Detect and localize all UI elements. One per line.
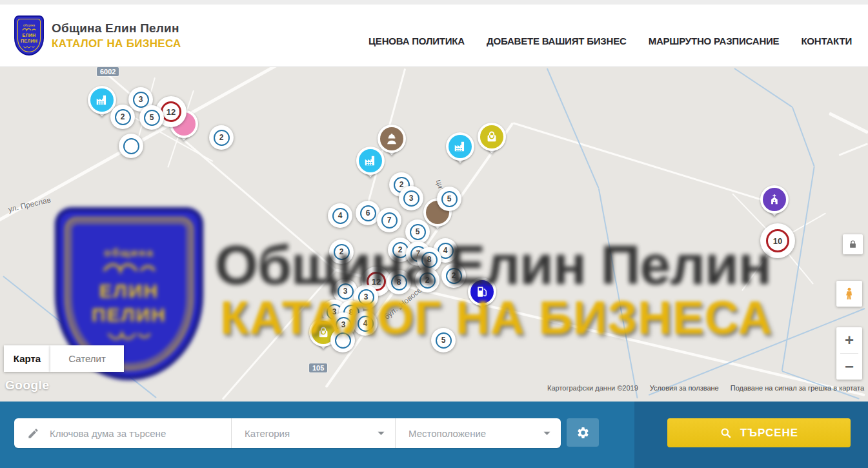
- top-strip: [0, 0, 868, 5]
- pin-disc: [478, 123, 506, 151]
- cluster-count: 7: [381, 212, 398, 229]
- cluster-count: 2: [214, 130, 230, 146]
- factory-icon: [90, 88, 114, 112]
- cluster-count: 5: [441, 191, 458, 207]
- map-type-satellite-button[interactable]: Сателит: [50, 345, 124, 372]
- attribution-terms-link[interactable]: Условия за ползване: [650, 384, 719, 392]
- map-pin-church[interactable]: [760, 185, 789, 225]
- brand-text: Община Елин Пелин КАТАЛОГ НА БИЗНЕСА: [52, 21, 181, 50]
- map-road: [838, 143, 868, 156]
- map-cluster-marker[interactable]: 5: [139, 105, 164, 130]
- gear-icon: [576, 426, 590, 440]
- map-road: [829, 112, 868, 134]
- lock-icon: [848, 239, 858, 249]
- search-panel: Категория Местоположение ТЪРСЕНЕ: [0, 402, 868, 468]
- bag-icon: [480, 125, 503, 148]
- pegman-button[interactable]: [836, 281, 862, 307]
- map-type-control: Карта Сателит: [4, 345, 124, 372]
- map-pin-factory[interactable]: [356, 147, 385, 187]
- factory-icon: [359, 149, 382, 172]
- map-cluster-marker[interactable]: 3: [399, 186, 423, 210]
- search-field-group: Категория Местоположение: [14, 418, 561, 448]
- map-cluster-marker[interactable]: 2: [110, 105, 135, 129]
- map-canvas[interactable]: 6002105ул. Преславбул. „Новоселци“ 32512…: [0, 66, 868, 402]
- cluster-count: 3: [403, 190, 419, 207]
- chevron-down-icon: [378, 431, 385, 436]
- zoom-control: + −: [836, 327, 862, 380]
- nav-pricing-policy[interactable]: ЦЕНОВА ПОЛИТИКА: [368, 36, 465, 46]
- cluster-count: 2: [115, 109, 131, 125]
- attribution-report-link[interactable]: Подаване на сигнал за грешка в картата: [731, 384, 864, 392]
- pin-disc: [760, 185, 789, 214]
- pencil-icon: [27, 427, 39, 440]
- municipality-logo: община ЕЛИН ПЕЛИН: [14, 15, 44, 56]
- lock-button[interactable]: [843, 234, 863, 254]
- map-road: [792, 107, 814, 167]
- road-number-chip: 105: [309, 363, 327, 372]
- brand-title: Община Елин Пелин: [52, 21, 181, 36]
- zoom-in-button[interactable]: +: [836, 327, 862, 353]
- church-icon: [763, 188, 786, 211]
- search-button-label: ТЪРСЕНЕ: [740, 427, 798, 440]
- map-pin-bag[interactable]: [477, 123, 507, 163]
- street-label: ул. Преслав: [7, 196, 52, 214]
- watermark-title: Община Елин Пелин: [215, 233, 771, 297]
- map-road: [547, 68, 599, 189]
- cluster-count: 3: [133, 92, 149, 108]
- location-dropdown-label: Местоположение: [409, 428, 486, 439]
- pegman-icon: [842, 287, 856, 301]
- road-number-chip: 6002: [97, 67, 119, 76]
- brand-subtitle: КАТАЛОГ НА БИЗНЕСА: [52, 37, 181, 50]
- watermark-subtitle: КАТАЛОГ НА БИЗНЕСА: [220, 290, 772, 344]
- location-dropdown[interactable]: Местоположение: [395, 418, 561, 448]
- main-nav: ЦЕНОВА ПОЛИТИКА ДОБАВЕТЕ ВАШИЯТ БИЗНЕС М…: [368, 0, 852, 74]
- keyword-search-input[interactable]: [48, 427, 199, 440]
- nav-contacts[interactable]: КОНТАКТИ: [801, 36, 852, 46]
- map-cluster-marker[interactable]: 5: [437, 187, 461, 211]
- category-dropdown[interactable]: Категория: [231, 418, 395, 448]
- keyword-section[interactable]: [14, 418, 231, 448]
- header: община ЕЛИН ПЕЛИН Община Елин Пелин КАТА…: [0, 0, 868, 67]
- advanced-settings-button[interactable]: [567, 418, 599, 447]
- map-pin-factory[interactable]: [445, 132, 475, 172]
- attribution-data: Картографски данни ©2019: [547, 384, 638, 392]
- chevron-down-icon: [543, 431, 550, 436]
- brand[interactable]: община ЕЛИН ПЕЛИН Община Елин Пелин КАТА…: [14, 15, 181, 56]
- cluster-count: 4: [332, 208, 348, 224]
- map-cluster-marker[interactable]: [119, 134, 143, 158]
- map-attribution: Картографски данни ©2019 Условия за полз…: [547, 384, 864, 392]
- map-cluster-marker[interactable]: 2: [209, 125, 234, 150]
- logo-inner-frame: [17, 19, 41, 52]
- search-icon: [720, 427, 732, 439]
- cluster-count: [123, 138, 139, 154]
- pin-disc: [446, 132, 474, 161]
- map-cluster-marker[interactable]: 7: [377, 208, 401, 232]
- cluster-count: 6: [360, 205, 376, 221]
- category-dropdown-label: Категория: [245, 428, 290, 439]
- map-type-map-button[interactable]: Карта: [4, 345, 50, 372]
- nav-route-schedule[interactable]: МАРШРУТНО РАЗПИСАНИЕ: [649, 36, 780, 46]
- google-logo[interactable]: Google: [5, 378, 49, 392]
- nav-add-your-business[interactable]: ДОБАВЕТЕ ВАШИЯТ БИЗНЕС: [487, 36, 627, 46]
- cluster-count: 5: [144, 110, 160, 126]
- map-cluster-marker[interactable]: 4: [328, 203, 352, 228]
- page: община ЕЛИН ПЕЛИН Община Елин Пелин КАТА…: [0, 0, 868, 468]
- search-button[interactable]: ТЪРСЕНЕ: [667, 418, 851, 447]
- factory-icon: [449, 135, 472, 158]
- map-road: [513, 122, 769, 203]
- pin-disc: [356, 147, 385, 175]
- zoom-out-button[interactable]: −: [836, 354, 862, 380]
